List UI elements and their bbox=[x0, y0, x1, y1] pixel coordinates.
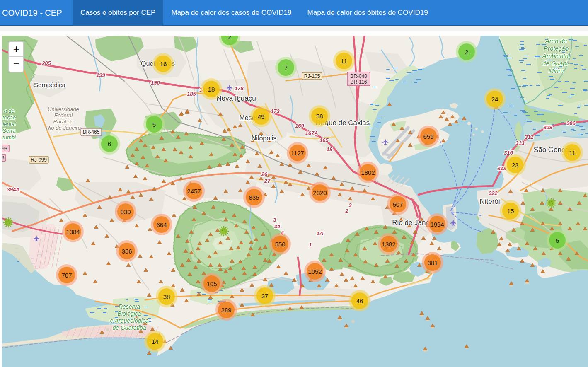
svg-text:Rio de Janeiro: Rio de Janeiro bbox=[46, 125, 81, 131]
svg-text:e Arqueológica: e Arqueológica bbox=[110, 317, 149, 324]
svg-text:178: 178 bbox=[235, 85, 244, 92]
svg-text:9: 9 bbox=[2, 155, 5, 161]
svg-text:322: 322 bbox=[489, 190, 498, 196]
svg-text:Reserva: Reserva bbox=[119, 303, 140, 310]
svg-text:173: 173 bbox=[271, 108, 280, 114]
svg-text:BR-116: BR-116 bbox=[351, 79, 367, 85]
svg-text:26: 26 bbox=[261, 171, 268, 177]
svg-text:Federal: Federal bbox=[54, 112, 73, 118]
svg-text:RJ-105: RJ-105 bbox=[304, 73, 320, 79]
svg-text:Proteção: Proteção bbox=[544, 45, 569, 52]
svg-text:394A: 394A bbox=[7, 186, 19, 193]
svg-text:BR-465: BR-465 bbox=[83, 129, 100, 135]
svg-text:Ambiental: Ambiental bbox=[542, 52, 570, 59]
svg-text:Área de: Área de bbox=[545, 37, 567, 44]
svg-text:Nova Iguaçu: Nova Iguaçu bbox=[216, 94, 256, 102]
svg-text:1: 1 bbox=[309, 241, 312, 248]
svg-text:3: 3 bbox=[348, 202, 352, 208]
svg-text:185: 185 bbox=[187, 91, 196, 97]
svg-text:Niterói: Niterói bbox=[479, 198, 500, 205]
svg-text:Seropédica: Seropédica bbox=[34, 81, 66, 88]
svg-text:RJ-099: RJ-099 bbox=[31, 157, 47, 163]
svg-text:27: 27 bbox=[264, 178, 271, 184]
svg-text:199: 199 bbox=[96, 72, 105, 78]
svg-text:312: 312 bbox=[525, 134, 534, 140]
svg-text:iental: iental bbox=[2, 121, 16, 127]
svg-text:167A: 167A bbox=[305, 130, 318, 136]
svg-text:Mirim: Mirim bbox=[549, 67, 564, 74]
svg-text:3: 3 bbox=[273, 217, 276, 223]
svg-text:Universidade: Universidade bbox=[48, 106, 79, 112]
svg-text:BR-040: BR-040 bbox=[350, 73, 367, 79]
svg-text:18: 18 bbox=[327, 146, 333, 152]
svg-text:Biológica: Biológica bbox=[118, 310, 141, 317]
svg-text:34: 34 bbox=[274, 223, 281, 229]
svg-text:306: 306 bbox=[566, 120, 576, 126]
svg-text:93: 93 bbox=[2, 146, 7, 152]
svg-text:teção: teção bbox=[2, 114, 16, 121]
svg-text:169: 169 bbox=[295, 123, 304, 129]
svg-text:de Guapi-: de Guapi- bbox=[542, 60, 570, 67]
svg-text:Serra: Serra bbox=[2, 128, 16, 134]
svg-text:1A: 1A bbox=[317, 230, 324, 237]
svg-text:a de: a de bbox=[4, 108, 14, 114]
svg-text:190: 190 bbox=[151, 80, 160, 86]
svg-text:165: 165 bbox=[319, 137, 329, 143]
svg-text:205: 205 bbox=[41, 60, 51, 66]
svg-text:Rural do: Rural do bbox=[53, 118, 73, 125]
svg-text:tumbi: tumbi bbox=[2, 134, 16, 140]
svg-text:309: 309 bbox=[543, 124, 552, 130]
svg-text:313: 313 bbox=[515, 140, 525, 146]
svg-text:2: 2 bbox=[345, 208, 348, 214]
svg-text:Nilópolis: Nilópolis bbox=[252, 135, 276, 142]
svg-text:de Guaratiba: de Guaratiba bbox=[113, 324, 146, 331]
